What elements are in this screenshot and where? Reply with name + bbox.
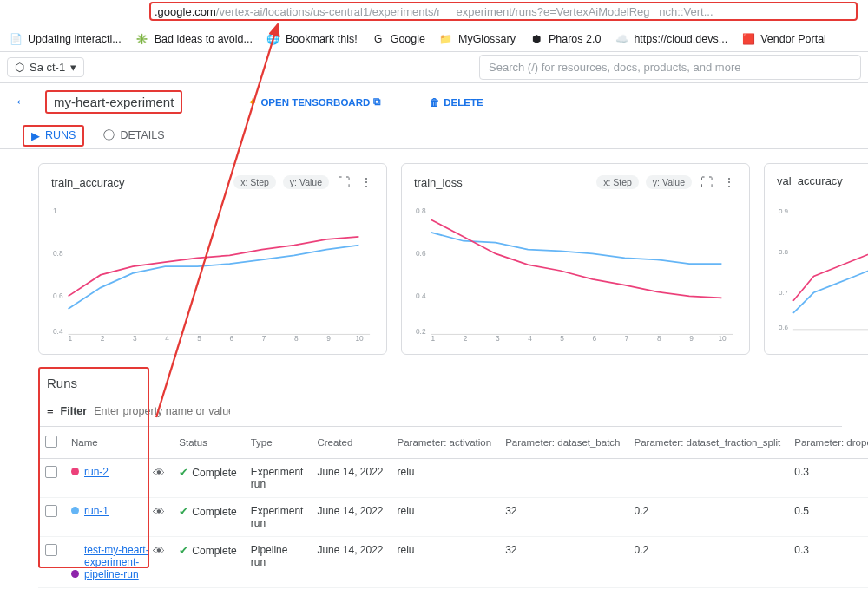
- bookmark-label: Bookmark this!: [286, 33, 358, 45]
- status-text: Complete: [192, 467, 236, 479]
- col-created[interactable]: Created: [310, 427, 390, 459]
- svg-text:2: 2: [101, 334, 105, 343]
- tab-runs[interactable]: ▶ RUNS: [23, 125, 84, 147]
- y-axis-pill[interactable]: y: Value: [646, 175, 692, 189]
- fullscreen-icon[interactable]: ⛶: [336, 174, 352, 190]
- svg-text:4: 4: [528, 334, 532, 343]
- svg-text:7: 7: [625, 334, 629, 343]
- run-name-link[interactable]: run-2: [84, 466, 108, 478]
- url-path-3: nch::Vert...: [659, 5, 713, 18]
- visibility-icon[interactable]: 👁: [153, 505, 165, 519]
- svg-text:0.6: 0.6: [53, 291, 63, 300]
- chart-card-val-accuracy: val_accuracy 0.90.80.70.6: [764, 163, 868, 355]
- param-split: 0.2: [628, 537, 788, 588]
- tensorboard-label: OPEN TENSORBOARD: [260, 97, 370, 108]
- created-text: June 14, 2022: [310, 537, 390, 588]
- search-input[interactable]: Search (/) for resources, docs, products…: [479, 55, 861, 80]
- type-text: Pipeline run: [244, 537, 311, 588]
- col-split[interactable]: Parameter: dataset_fraction_split: [628, 427, 788, 459]
- svg-text:0.8: 0.8: [53, 249, 63, 258]
- check-icon: ✔: [179, 505, 188, 518]
- chart-card-train-loss: train_loss x: Step y: Value ⛶ ⋮ 0.80.60.…: [401, 163, 750, 355]
- hex-icon: ⬡: [15, 61, 24, 74]
- google-icon: G: [372, 32, 385, 46]
- row-checkbox[interactable]: [45, 544, 57, 556]
- y-axis-pill[interactable]: y: Value: [283, 175, 329, 189]
- more-icon[interactable]: ⋮: [721, 174, 737, 190]
- svg-text:8: 8: [657, 334, 661, 343]
- bookmark-label: Pharos 2.0: [549, 33, 601, 45]
- bookmark-label: Vendor Portal: [760, 33, 826, 45]
- cloud-icon: ☁️: [615, 32, 628, 46]
- color-dot: [71, 468, 79, 475]
- chart-title: val_accuracy: [777, 174, 843, 187]
- visibility-icon[interactable]: 👁: [153, 466, 165, 480]
- x-axis-pill[interactable]: x: Step: [596, 175, 639, 189]
- svg-text:1: 1: [53, 206, 57, 215]
- bookmark-label: Updating interacti...: [28, 33, 122, 45]
- open-tensorboard-button[interactable]: ✦ OPEN TENSORBOARD ⧉: [248, 96, 381, 108]
- project-label: Sa ct-1: [30, 61, 65, 74]
- run-name-link[interactable]: test-my-heart-experiment-pipeline-run: [84, 544, 152, 580]
- delete-label: DELETE: [444, 97, 483, 108]
- bookmark-item[interactable]: 📁MyGlossary: [439, 32, 516, 46]
- tensorboard-icon: ✦: [248, 96, 257, 108]
- table-row: run-1 👁 ✔Complete Experiment run June 14…: [38, 498, 868, 537]
- x-axis-pill[interactable]: x: Step: [233, 175, 276, 189]
- bookmark-item[interactable]: ✳️Bad ideas to avoid...: [135, 32, 253, 46]
- tab-details[interactable]: ⓘ DETAILS: [103, 128, 164, 143]
- select-all-checkbox[interactable]: [45, 436, 57, 448]
- delete-button[interactable]: 🗑 DELETE: [430, 97, 483, 108]
- svg-text:0.4: 0.4: [416, 291, 426, 300]
- project-selector[interactable]: ⬡ Sa ct-1 ▾: [7, 57, 84, 77]
- svg-text:10: 10: [718, 334, 727, 343]
- svg-text:8: 8: [294, 334, 299, 343]
- col-batch[interactable]: Parameter: dataset_batch: [498, 427, 627, 459]
- fullscreen-icon[interactable]: ⛶: [699, 174, 714, 190]
- row-checkbox[interactable]: [45, 466, 57, 478]
- svg-text:1: 1: [431, 334, 436, 343]
- run-name-link[interactable]: run-1: [84, 505, 108, 517]
- more-icon[interactable]: ⋮: [358, 174, 374, 190]
- svg-text:0.2: 0.2: [416, 327, 426, 336]
- type-text: Experiment run: [244, 459, 311, 498]
- param-dropout: 0.3: [787, 459, 868, 498]
- bookmark-item[interactable]: 🌐Bookmark this!: [266, 32, 358, 46]
- globe-icon: 🌐: [266, 32, 280, 46]
- col-name[interactable]: Name: [64, 427, 146, 459]
- svg-text:1: 1: [69, 334, 73, 343]
- bookmark-item[interactable]: GGoogle: [372, 32, 425, 46]
- star-icon: ✳️: [135, 32, 149, 46]
- param-activation: relu: [391, 537, 499, 588]
- chevron-down-icon: ▾: [70, 61, 76, 74]
- col-status[interactable]: Status: [172, 427, 243, 459]
- open-external-icon: ⧉: [373, 96, 381, 108]
- bookmark-item[interactable]: 📄Updating interacti...: [9, 32, 122, 46]
- svg-text:9: 9: [689, 334, 694, 343]
- created-text: June 14, 2022: [310, 498, 390, 537]
- check-icon: ✔: [179, 466, 188, 479]
- color-dot: [71, 507, 79, 514]
- col-activation[interactable]: Parameter: activation: [391, 427, 499, 459]
- filter-icon[interactable]: ≡: [47, 404, 54, 417]
- bookmark-item[interactable]: ⬢Pharos 2.0: [529, 32, 601, 46]
- svg-text:0.8: 0.8: [779, 248, 789, 256]
- url-bar[interactable]: .google.com /vertex-ai/locations/us-cent…: [149, 2, 858, 21]
- svg-text:5: 5: [197, 334, 201, 343]
- filter-input[interactable]: [94, 405, 230, 417]
- play-icon: ▶: [31, 129, 40, 142]
- svg-text:2: 2: [464, 334, 468, 343]
- svg-text:10: 10: [355, 334, 364, 343]
- bookmark-label: MyGlossary: [458, 33, 516, 45]
- col-dropout[interactable]: Parameter: dropout_rate: [787, 427, 868, 459]
- col-type[interactable]: Type: [244, 427, 311, 459]
- param-dropout: 0.5: [787, 498, 868, 537]
- row-checkbox[interactable]: [45, 505, 57, 517]
- bookmark-item[interactable]: 🟥Vendor Portal: [741, 32, 826, 46]
- visibility-icon[interactable]: 👁: [153, 544, 165, 558]
- bookmark-item[interactable]: ☁️https://cloud.devs...: [615, 32, 727, 46]
- back-button[interactable]: ←: [14, 93, 30, 111]
- bookmark-label: Bad ideas to avoid...: [155, 33, 253, 45]
- info-icon: ⓘ: [103, 128, 115, 143]
- chart-title: train_loss: [414, 176, 463, 189]
